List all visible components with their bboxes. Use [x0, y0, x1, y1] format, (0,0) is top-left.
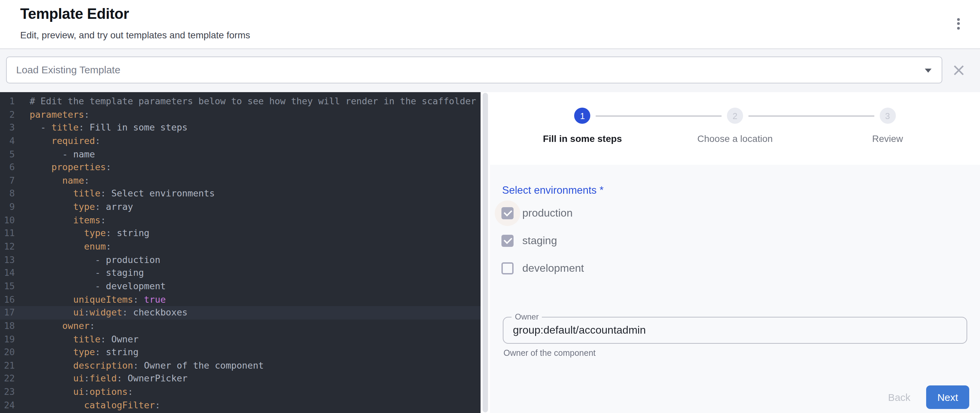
line-number: 11 — [0, 227, 15, 240]
step-circle: 2 — [727, 108, 743, 124]
line-number: 4 — [0, 135, 15, 148]
page-header: Template Editor Edit, preview, and try o… — [0, 0, 980, 48]
line-number: 9 — [0, 200, 15, 214]
page-title: Template Editor — [20, 5, 129, 23]
checkbox — [501, 234, 514, 246]
step-label: Review — [872, 133, 903, 144]
editor-resize-handle[interactable] — [483, 93, 488, 412]
checkbox-label: production — [522, 207, 573, 219]
load-existing-template-select[interactable]: Load Existing Template — [6, 57, 942, 83]
step-label: Choose a location — [697, 133, 773, 144]
line-number: 3 — [0, 121, 15, 135]
code-line[interactable]: 3 - title: Fill in some steps — [0, 121, 480, 135]
line-number: 24 — [0, 399, 15, 411]
step-label: Fill in some steps — [543, 133, 622, 144]
checkbox-row-production[interactable]: production — [501, 204, 584, 222]
checkbox-row-staging[interactable]: staging — [501, 231, 584, 249]
load-template-bar: Load Existing Template — [0, 49, 980, 92]
code-line[interactable]: 24 catalogFilter: — [0, 399, 480, 411]
checkbox-group-label: Select environments * — [502, 184, 604, 196]
code-lines: 1# Edit the template parameters below to… — [0, 95, 480, 412]
line-number: 23 — [0, 385, 15, 399]
owner-field-value: group:default/accountadmin — [503, 318, 967, 343]
line-number: 10 — [0, 214, 15, 227]
template-editor-app: Template Editor Edit, preview, and try o… — [0, 0, 980, 413]
line-number: 16 — [0, 293, 15, 306]
code-line[interactable]: 10 items: — [0, 214, 480, 227]
code-line[interactable]: 17 ui:widget: checkboxes — [0, 307, 480, 319]
code-line[interactable]: 1# Edit the template parameters below to… — [0, 95, 480, 108]
line-number: 2 — [0, 108, 15, 121]
line-number: 8 — [0, 187, 15, 200]
line-number: 1 — [0, 95, 15, 108]
line-number: 5 — [0, 148, 15, 161]
checkbox-label: development — [522, 262, 584, 274]
stepper: 1Fill in some steps2Choose a location3Re… — [490, 92, 980, 165]
code-line[interactable]: 19 title: Owner — [0, 333, 480, 346]
checkbox — [501, 262, 514, 274]
close-icon — [953, 64, 964, 76]
step-connector — [748, 116, 874, 116]
line-number: 18 — [0, 319, 15, 333]
code-line[interactable]: 5 - name — [0, 148, 480, 161]
checkbox-group: productionstagingdevelopment — [501, 204, 584, 286]
owner-helper-text: Owner of the component — [503, 348, 596, 358]
step-connector — [596, 116, 722, 116]
line-number: 12 — [0, 240, 15, 253]
code-line[interactable]: 2parameters: — [0, 108, 480, 121]
close-template-button[interactable] — [949, 60, 968, 79]
kebab-icon — [957, 18, 960, 21]
form-card: Select environments * productionstagingd… — [490, 165, 980, 413]
line-number: 15 — [0, 280, 15, 293]
checkbox-label: staging — [522, 234, 557, 246]
code-line[interactable]: 18 owner: — [0, 319, 480, 333]
line-number: 7 — [0, 174, 15, 187]
code-line[interactable]: 16 uniqueItems: true — [0, 293, 480, 306]
code-editor[interactable]: 1# Edit the template parameters below to… — [0, 92, 480, 413]
code-line[interactable]: 8 title: Select environments — [0, 187, 480, 200]
line-number: 13 — [0, 253, 15, 266]
back-button[interactable]: Back — [878, 385, 920, 409]
select-placeholder: Load Existing Template — [16, 57, 121, 83]
code-line[interactable]: 15 - development — [0, 280, 480, 293]
line-number: 20 — [0, 346, 15, 359]
checkbox-row-development[interactable]: development — [501, 259, 584, 277]
required-asterisk: * — [600, 184, 604, 196]
line-number: 6 — [0, 161, 15, 174]
line-number: 19 — [0, 333, 15, 346]
code-line[interactable]: 4 required: — [0, 135, 480, 148]
code-line[interactable]: 12 enum: — [0, 240, 480, 253]
preview-panel: 1Fill in some steps2Choose a location3Re… — [490, 92, 980, 413]
code-line[interactable]: 21 description: Owner of the component — [0, 359, 480, 372]
code-line[interactable]: 20 type: string — [0, 346, 480, 359]
page-subtitle: Edit, preview, and try out templates and… — [20, 30, 250, 40]
line-number: 21 — [0, 359, 15, 372]
next-button[interactable]: Next — [926, 385, 969, 409]
owner-field[interactable]: Owner group:default/accountadmin — [503, 317, 967, 344]
chevron-down-icon — [925, 68, 932, 73]
code-line[interactable]: 13 - production — [0, 253, 480, 266]
line-number: 17 — [0, 307, 15, 319]
code-line[interactable]: 7 name: — [0, 174, 480, 187]
owner-field-label: Owner — [512, 312, 542, 321]
code-line[interactable]: 23 ui:options: — [0, 385, 480, 399]
code-line[interactable]: 11 type: string — [0, 227, 480, 240]
step-3: 3Review — [811, 108, 964, 165]
step-circle: 3 — [880, 108, 896, 124]
line-number: 22 — [0, 372, 15, 385]
code-line[interactable]: 22 ui:field: OwnerPicker — [0, 372, 480, 385]
main-split: 1# Edit the template parameters below to… — [0, 92, 980, 413]
code-line[interactable]: 6 properties: — [0, 161, 480, 174]
code-line[interactable]: 9 type: array — [0, 200, 480, 214]
step-circle: 1 — [574, 108, 590, 124]
checkbox — [501, 207, 514, 219]
more-options-button[interactable] — [949, 14, 968, 33]
code-line[interactable]: 14 - staging — [0, 267, 480, 280]
line-number: 14 — [0, 267, 15, 280]
